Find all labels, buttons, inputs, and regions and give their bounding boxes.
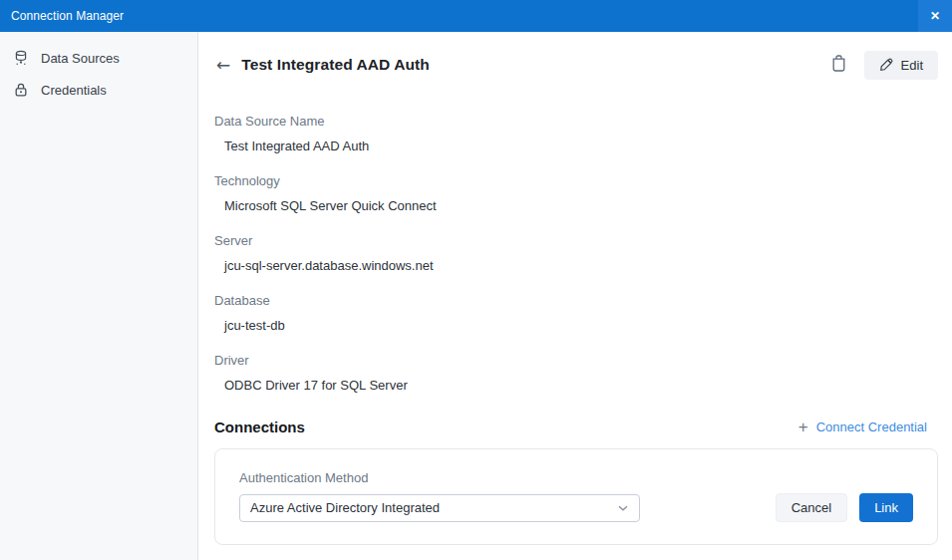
back-arrow-icon: ←	[216, 55, 230, 75]
page-header: ← Test Integrated AAD Auth	[214, 50, 938, 80]
field-value: Microsoft SQL Server Quick Connect	[214, 198, 938, 213]
trash-icon	[831, 55, 846, 75]
plus-icon: +	[798, 419, 808, 435]
close-icon: ✕	[930, 9, 940, 23]
connection-manager-window: Connection Manager ✕ Data So	[0, 0, 952, 560]
main-content: ← Test Integrated AAD Auth	[198, 32, 952, 560]
pencil-icon	[879, 58, 893, 72]
cancel-button[interactable]: Cancel	[776, 493, 847, 522]
connections-header-row: Connections + Connect Credential	[214, 419, 938, 435]
auth-method-select[interactable]: Azure Active Directory Integrated	[239, 494, 640, 522]
field-value: Test Integrated AAD Auth	[214, 139, 938, 153]
credential-card-row: Azure Active Directory Integrated Cancel…	[239, 493, 913, 522]
field-value: jcu-test-db	[214, 318, 938, 333]
field-technology: Technology Microsoft SQL Server Quick Co…	[214, 173, 938, 213]
cancel-button-label: Cancel	[792, 500, 831, 515]
sidebar-item-credentials[interactable]: Credentials	[0, 74, 197, 106]
field-database: Database jcu-test-db	[214, 293, 938, 333]
delete-button[interactable]	[827, 51, 850, 79]
link-button[interactable]: Link	[859, 493, 913, 522]
connect-credential-button[interactable]: + Connect Credential	[798, 419, 927, 435]
window-title: Connection Manager	[0, 9, 124, 23]
field-label: Database	[214, 293, 938, 308]
sidebar-item-data-sources[interactable]: Data Sources	[0, 42, 197, 74]
sidebar-item-label: Data Sources	[41, 51, 120, 66]
window-body: Data Sources Credentials ← Test	[0, 32, 952, 560]
chevron-down-icon	[617, 504, 629, 512]
auth-method-label: Authentication Method	[239, 470, 913, 485]
field-value: ODBC Driver 17 for SQL Server	[214, 378, 938, 393]
field-server: Server jcu-sql-server.database.windows.n…	[214, 233, 938, 273]
field-label: Driver	[214, 353, 938, 368]
sidebar-item-label: Credentials	[41, 83, 107, 98]
connect-credential-label: Connect Credential	[816, 420, 927, 434]
field-label: Server	[214, 233, 938, 248]
close-button[interactable]: ✕	[918, 0, 952, 32]
field-driver: Driver ODBC Driver 17 for SQL Server	[214, 353, 938, 393]
database-icon	[13, 50, 29, 66]
link-button-label: Link	[874, 500, 898, 515]
credential-card: Authentication Method Azure Active Direc…	[214, 448, 938, 545]
field-data-source-name: Data Source Name Test Integrated AAD Aut…	[214, 114, 938, 153]
auth-method-selected-value: Azure Active Directory Integrated	[250, 500, 617, 515]
field-label: Technology	[214, 173, 938, 188]
field-label: Data Source Name	[214, 114, 938, 129]
field-value: jcu-sql-server.database.windows.net	[214, 258, 938, 273]
lock-icon	[13, 82, 29, 98]
page-title: Test Integrated AAD Auth	[241, 56, 430, 74]
connections-heading: Connections	[214, 419, 305, 435]
titlebar: Connection Manager ✕	[0, 0, 952, 32]
sidebar: Data Sources Credentials	[0, 32, 198, 560]
back-button[interactable]: ←	[214, 57, 232, 74]
edit-button[interactable]: Edit	[864, 51, 938, 80]
edit-button-label: Edit	[901, 58, 923, 73]
